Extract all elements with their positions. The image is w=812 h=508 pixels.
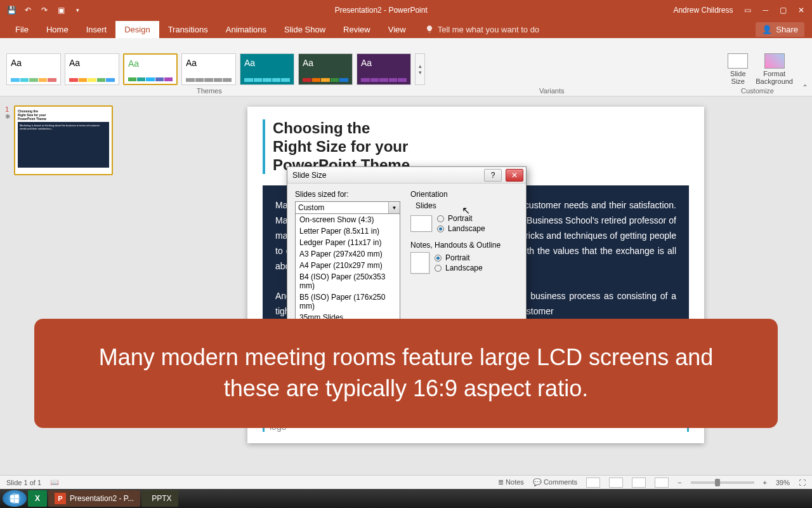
theme-item[interactable]: Aa xyxy=(181,53,236,85)
slide-counter: Slide 1 of 1 xyxy=(6,479,41,486)
slide-thumb-1[interactable]: Choosing theRight Size for yourPowerPoin… xyxy=(14,105,113,175)
tellme-search[interactable]: Tell me what you want to do xyxy=(425,25,539,34)
notes-portrait-radio[interactable]: Portrait xyxy=(435,253,483,262)
notes-button[interactable]: ≣ Notes xyxy=(498,478,524,486)
cursor-icon: ↖ xyxy=(462,204,470,217)
powerpoint-icon: P xyxy=(55,493,66,504)
titlebar: 💾 ↶ ↷ ▣ ▾ Presentation2 - PowerPoint And… xyxy=(0,0,812,20)
statusbar: Slide 1 of 1 📖 ≣ Notes 💬 Comments − + 39… xyxy=(0,475,812,489)
sized-for-label: Slides sized for: xyxy=(295,190,403,199)
themes-more-icon[interactable]: ▴▾ xyxy=(415,53,425,85)
slide-size-icon xyxy=(728,53,748,69)
thumb-number: 1 xyxy=(5,105,10,113)
close-icon[interactable]: ✕ xyxy=(798,6,804,15)
share-button[interactable]: 👤 Share xyxy=(756,22,804,37)
redo-icon[interactable]: ↷ xyxy=(39,5,49,15)
spellcheck-icon[interactable]: 📖 xyxy=(50,478,59,486)
theme-item[interactable]: Aa xyxy=(298,53,353,85)
slides-landscape-radio[interactable]: Landscape xyxy=(437,224,485,233)
tab-animations[interactable]: Animations xyxy=(217,21,275,38)
ribbon-content: Aa Aa Aa Aa Aa Aa Aa ▴▾ Themes Variants … xyxy=(0,38,812,97)
minimize-icon[interactable]: ─ xyxy=(763,6,768,15)
zoom-slider[interactable] xyxy=(691,481,754,484)
qat-dropdown-icon[interactable]: ▾ xyxy=(72,5,82,15)
notes-label: Notes, Handouts & Outline xyxy=(410,241,518,250)
star-icon: ✱ xyxy=(5,113,10,120)
size-option[interactable]: A3 Paper (297x420 mm) xyxy=(296,248,400,260)
ribbon-options-icon[interactable]: ▭ xyxy=(744,6,751,15)
tab-review[interactable]: Review xyxy=(334,21,379,38)
size-option[interactable]: B5 (ISO) Paper (176x250 mm) xyxy=(296,291,400,312)
combo-dropdown-icon[interactable]: ▼ xyxy=(388,202,400,213)
group-themes-label: Themes xyxy=(197,87,222,95)
tab-file[interactable]: File xyxy=(6,21,37,38)
zoom-in-icon[interactable]: + xyxy=(763,479,767,486)
size-option[interactable]: Letter Paper (8.5x11 in) xyxy=(296,225,400,237)
sized-for-combo[interactable]: Custom ▼ xyxy=(295,201,400,214)
slideshow-view-icon[interactable] xyxy=(655,478,669,488)
page-icon xyxy=(410,252,429,274)
sorter-view-icon[interactable] xyxy=(609,478,623,488)
dialog-close-icon[interactable]: ✕ xyxy=(506,169,523,182)
user-name[interactable]: Andrew Childress xyxy=(673,6,733,15)
zoom-level[interactable]: 39% xyxy=(776,479,790,486)
lightbulb-icon xyxy=(425,25,434,34)
page-icon xyxy=(410,215,432,232)
slides-portrait-radio[interactable]: Portrait xyxy=(437,214,485,223)
theme-item[interactable]: Aa xyxy=(65,53,119,85)
themes-gallery: Aa Aa Aa Aa Aa Aa Aa ▴▾ xyxy=(6,53,425,85)
caption-overlay: Many modern meeting rooms feature large … xyxy=(34,319,778,428)
zoom-out-icon[interactable]: − xyxy=(678,479,681,486)
start-button[interactable] xyxy=(3,490,27,507)
format-background-button[interactable]: Format Background xyxy=(756,53,793,85)
windows-logo-icon xyxy=(8,492,21,505)
dialog-help-icon[interactable]: ? xyxy=(484,169,502,182)
notes-landscape-radio[interactable]: Landscape xyxy=(435,264,483,272)
format-bg-icon xyxy=(764,53,785,69)
slide-size-button[interactable]: Slide Size xyxy=(728,53,748,85)
theme-item[interactable]: Aa xyxy=(240,53,294,85)
orientation-label: Orientation xyxy=(410,190,518,199)
tab-slideshow[interactable]: Slide Show xyxy=(275,21,334,38)
size-option[interactable]: A4 Paper (210x297 mm) xyxy=(296,260,400,271)
size-option[interactable]: On-screen Show (4:3) xyxy=(296,214,400,225)
group-customize-label: Customize xyxy=(741,87,774,95)
collapse-ribbon-icon[interactable]: ⌃ xyxy=(802,83,808,92)
tab-home[interactable]: Home xyxy=(37,21,77,38)
reading-view-icon[interactable] xyxy=(632,478,646,488)
fit-window-icon[interactable]: ⛶ xyxy=(799,479,806,486)
comments-button[interactable]: 💬 Comments xyxy=(533,478,577,486)
start-slideshow-icon[interactable]: ▣ xyxy=(56,5,66,15)
taskbar-powerpoint[interactable]: P Presentation2 - P... xyxy=(48,490,140,507)
theme-item[interactable]: Aa xyxy=(357,53,411,85)
tab-design[interactable]: Design xyxy=(115,21,159,38)
sized-for-dropdown: On-screen Show (4:3) Letter Paper (8.5x1… xyxy=(295,214,400,335)
tab-insert[interactable]: Insert xyxy=(77,21,116,38)
share-icon: 👤 xyxy=(762,25,772,34)
theme-item[interactable]: Aa xyxy=(6,53,61,85)
theme-item-selected[interactable]: Aa xyxy=(123,53,178,85)
tab-view[interactable]: View xyxy=(379,21,415,38)
dialog-titlebar[interactable]: Slide Size ? ✕ xyxy=(287,167,526,184)
size-option[interactable]: B4 (ISO) Paper (250x353 mm) xyxy=(296,271,400,291)
taskbar: X P Presentation2 - P... PPTX xyxy=(0,489,812,508)
size-option[interactable]: Ledger Paper (11x17 in) xyxy=(296,237,400,248)
window-title: Presentation2 - PowerPoint xyxy=(89,6,673,15)
tab-transitions[interactable]: Transitions xyxy=(159,21,217,38)
taskbar-folder[interactable]: PPTX xyxy=(141,490,178,507)
ribbon-tabs: File Home Insert Design Transitions Anim… xyxy=(0,20,812,38)
normal-view-icon[interactable] xyxy=(586,478,600,488)
taskbar-excel[interactable]: X xyxy=(28,490,47,507)
save-icon[interactable]: 💾 xyxy=(6,5,16,15)
group-variants-label: Variants xyxy=(539,87,565,95)
undo-icon[interactable]: ↶ xyxy=(23,5,33,15)
maximize-icon[interactable]: ▢ xyxy=(780,6,787,15)
